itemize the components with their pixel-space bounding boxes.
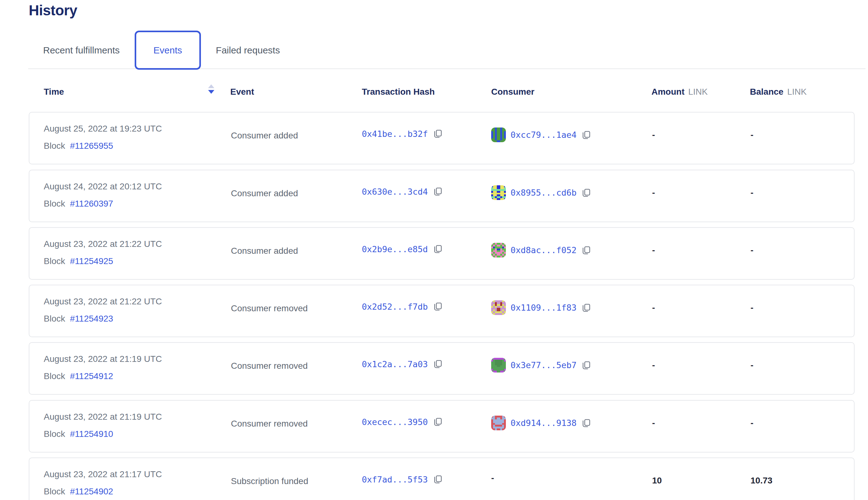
time-cell: August 24, 2022 at 20:12 UTC Block #1126… [44, 182, 162, 209]
block-line: Block #11260397 [44, 199, 162, 209]
block-number-link[interactable]: #11254925 [70, 256, 113, 266]
consumer-cell: 0xd8ac...f052 [491, 243, 591, 258]
block-label: Block [44, 314, 68, 323]
amount-cell: - [652, 360, 655, 370]
block-label: Block [44, 256, 68, 266]
amount-cell: - [652, 188, 655, 198]
balance-cell: - [751, 360, 753, 370]
tx-cell: 0x1c2a...7a03 [362, 359, 443, 369]
sort-arrows-icon[interactable] [208, 84, 214, 94]
block-number-link[interactable]: #11265955 [70, 141, 113, 151]
tx-cell: 0xf7ad...5f53 [362, 474, 443, 484]
consumer-address-link[interactable]: 0xcc79...1ae4 [511, 130, 576, 140]
copy-icon[interactable] [581, 245, 591, 255]
block-number-link[interactable]: #11260397 [70, 199, 113, 208]
copy-icon[interactable] [433, 186, 443, 196]
column-header-transaction-hash: Transaction Hash [362, 87, 435, 97]
time-cell: August 25, 2022 at 19:23 UTC Block #1126… [44, 124, 162, 151]
tx-hash-link[interactable]: 0xf7ad...5f53 [362, 475, 428, 484]
consumer-address-link[interactable]: 0x3e77...5eb7 [511, 360, 576, 370]
consumer-cell: 0x1109...1f83 [491, 300, 591, 315]
event-cell: Consumer added [231, 246, 298, 256]
block-line: Block #11254925 [44, 256, 162, 266]
sort-desc-icon [208, 90, 214, 94]
block-number-link[interactable]: #11254910 [70, 429, 113, 439]
table-row: August 23, 2022 at 21:22 UTC Block #1125… [29, 227, 855, 280]
amount-header-label: Amount [651, 87, 685, 96]
tx-hash-link[interactable]: 0x1c2a...7a03 [362, 359, 428, 369]
amount-cell: - [652, 245, 655, 255]
tx-hash-link[interactable]: 0x630e...3cd4 [362, 187, 428, 196]
block-label: Block [44, 487, 68, 496]
copy-icon[interactable] [581, 418, 591, 428]
balance-header-label: Balance [750, 87, 783, 96]
tx-hash-link[interactable]: 0x41be...b32f [362, 129, 428, 139]
tx-cell: 0x41be...b32f [362, 129, 443, 139]
copy-icon[interactable] [433, 417, 443, 427]
event-cell: Consumer added [231, 189, 298, 198]
column-header-amount: AmountLINK [651, 87, 708, 97]
consumer-avatar [491, 185, 506, 200]
tab-recent-fulfillments[interactable]: Recent fulfillments [28, 31, 135, 70]
block-line: Block #11254912 [44, 371, 162, 381]
consumer-address-link[interactable]: 0x8955...cd6b [511, 188, 576, 197]
copy-icon[interactable] [433, 129, 443, 139]
block-line: Block #11265955 [44, 141, 162, 151]
column-header-consumer: Consumer [491, 87, 534, 97]
consumer-address-link[interactable]: 0xd8ac...f052 [511, 245, 576, 255]
tab-events[interactable]: Events [135, 31, 201, 70]
block-label: Block [44, 199, 68, 208]
row-timestamp: August 23, 2022 at 21:19 UTC [44, 412, 162, 422]
amount-cell: - [652, 303, 655, 313]
consumer-avatar [491, 358, 506, 373]
consumer-cell: 0x3e77...5eb7 [491, 358, 591, 373]
copy-icon[interactable] [433, 474, 443, 484]
event-cell: Consumer removed [231, 361, 308, 371]
copy-icon[interactable] [433, 302, 443, 311]
copy-icon[interactable] [433, 244, 443, 254]
block-label: Block [44, 141, 68, 151]
table-row: August 25, 2022 at 19:23 UTC Block #1126… [29, 112, 855, 164]
block-line: Block #11254902 [44, 487, 162, 497]
amount-cell: - [652, 418, 655, 428]
tab-failed-requests[interactable]: Failed requests [201, 31, 295, 70]
row-timestamp: August 23, 2022 at 21:22 UTC [44, 239, 162, 249]
copy-icon[interactable] [581, 130, 591, 140]
consumer-cell: - [491, 473, 494, 483]
table-row: August 23, 2022 at 21:19 UTC Block #1125… [29, 342, 855, 395]
balance-cell: - [751, 130, 753, 140]
table-row: August 23, 2022 at 21:19 UTC Block #1125… [29, 400, 855, 453]
consumer-avatar [491, 127, 506, 142]
copy-icon[interactable] [581, 303, 591, 313]
copy-icon[interactable] [581, 188, 591, 198]
tx-cell: 0x2b9e...e85d [362, 244, 443, 254]
consumer-cell: 0xd914...9138 [491, 416, 591, 430]
copy-icon[interactable] [581, 360, 591, 370]
consumer-cell: 0x8955...cd6b [491, 185, 591, 200]
block-number-link[interactable]: #11254902 [70, 487, 113, 496]
block-label: Block [44, 371, 68, 381]
tab-bar: Recent fulfillments Events Failed reques… [28, 31, 295, 70]
tx-hash-link[interactable]: 0xecec...3950 [362, 417, 428, 427]
time-cell: August 23, 2022 at 21:22 UTC Block #1125… [44, 239, 162, 266]
event-cell: Consumer added [231, 130, 298, 141]
column-header-time[interactable]: Time [44, 87, 64, 97]
time-cell: August 23, 2022 at 21:22 UTC Block #1125… [44, 297, 162, 324]
row-timestamp: August 23, 2022 at 21:22 UTC [44, 297, 162, 307]
tx-hash-link[interactable]: 0x2b9e...e85d [362, 245, 428, 254]
column-header-balance: BalanceLINK [750, 87, 807, 97]
amount-cell: - [652, 130, 655, 140]
time-cell: August 23, 2022 at 21:19 UTC Block #1125… [44, 354, 162, 381]
event-cell: Subscription funded [231, 476, 308, 486]
consumer-avatar [491, 300, 506, 315]
consumer-empty-value: - [491, 473, 494, 483]
copy-icon[interactable] [433, 359, 443, 369]
amount-unit-label: LINK [688, 87, 708, 96]
block-number-link[interactable]: #11254923 [70, 314, 113, 323]
block-line: Block #11254910 [44, 429, 162, 439]
block-number-link[interactable]: #11254912 [70, 371, 113, 381]
tx-hash-link[interactable]: 0x2d52...f7db [362, 302, 428, 311]
event-cell: Consumer removed [231, 304, 308, 314]
consumer-address-link[interactable]: 0x1109...1f83 [511, 303, 576, 312]
consumer-address-link[interactable]: 0xd914...9138 [511, 418, 576, 428]
